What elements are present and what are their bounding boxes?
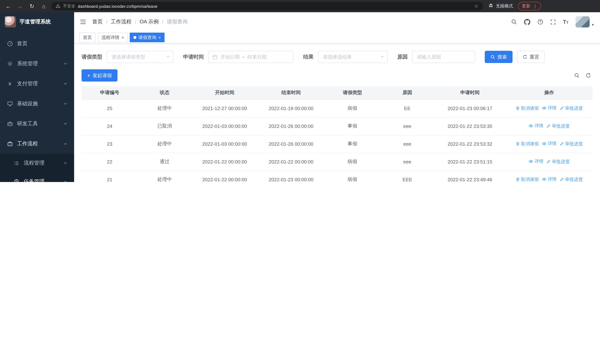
row-action-progress-link[interactable]: 审批进度 — [560, 141, 583, 147]
tab-home[interactable]: 首页 — [79, 33, 96, 42]
sidebar-item-label: 基础设施 — [17, 101, 38, 107]
cell-id: 24 — [82, 117, 138, 135]
sidebar-item-home[interactable]: 首页 — [0, 34, 74, 54]
search-button[interactable]: 搜索 — [485, 51, 513, 63]
table-row: 22通过2022-01-22 00:00:002022-01-22 00:00:… — [82, 153, 593, 170]
incognito-badge: 无痕模式 — [486, 3, 515, 9]
col-header-applied: 申请时间 — [434, 86, 506, 99]
sidebar-item-process-mgmt[interactable]: 流程管理 — [0, 154, 74, 172]
create-leave-button[interactable]: + 发起请假 — [82, 69, 117, 82]
breadcrumb-item[interactable]: OA 示例 — [140, 19, 159, 25]
cell-status: 已取消 — [138, 117, 191, 135]
row-action-progress-link[interactable]: 审批进度 — [546, 159, 570, 165]
cell-start: 2022-01-03 00:00:00 — [191, 135, 258, 153]
search-icon[interactable] — [511, 19, 517, 25]
result-select[interactable]: 请选择流结果 — [318, 51, 388, 63]
browser-back-button[interactable]: ← — [4, 2, 13, 10]
user-avatar — [576, 16, 590, 28]
tab-process-detail[interactable]: 流程详情 × — [98, 33, 128, 42]
row-action-cancel-link[interactable]: 取消请假 — [516, 176, 539, 182]
table-refresh-icon[interactable] — [586, 73, 591, 78]
user-menu[interactable]: ▼ — [576, 16, 594, 28]
row-action-progress-link[interactable]: 审批进度 — [546, 123, 570, 129]
cell-actions: 取消请假详情审批进度 — [506, 170, 593, 182]
sidebar-item-task-mgmt[interactable]: 任务管理 — [0, 172, 74, 182]
date-range-picker[interactable]: 开始日期 - 结束日期 — [208, 51, 293, 63]
sidebar-item-system[interactable]: 系统管理 — [0, 54, 74, 74]
cell-end: 2022-01-22 00:00:00 — [258, 153, 324, 170]
sidebar-item-payment[interactable]: ¥ 支付管理 — [0, 74, 74, 94]
browser-home-button[interactable]: ⌂ — [39, 2, 48, 10]
row-action-cancel-link[interactable]: 取消请假 — [516, 105, 539, 111]
incognito-icon — [488, 3, 494, 9]
gear-icon — [7, 61, 13, 67]
browser-menu-icon[interactable]: ⋮ — [533, 3, 537, 9]
cell-reason: EEE — [380, 170, 434, 182]
cell-start: 2022-01-22 00:00:00 — [191, 170, 258, 182]
cell-type: 病假 — [324, 99, 380, 117]
fullscreen-icon[interactable] — [550, 19, 556, 25]
leave-table-body: 25处理中2021-12-27 00:00:002022-01-19 00:00… — [82, 99, 593, 182]
close-icon[interactable]: × — [122, 35, 124, 40]
tab-label: 请假查询 — [138, 34, 156, 41]
filter-label: 申请时间 — [183, 54, 204, 60]
row-action-detail-link[interactable]: 详情 — [529, 158, 544, 165]
cell-type: 病假 — [324, 153, 380, 170]
leave-type-select[interactable]: 请选择请假类型 — [107, 51, 173, 63]
filter-apply-time: 申请时间 开始日期 - 结束日期 — [183, 51, 293, 63]
cell-status: 处理中 — [138, 99, 191, 117]
close-icon[interactable]: × — [159, 35, 161, 40]
chevron-down-icon — [63, 121, 67, 127]
chevron-down-icon — [63, 160, 67, 166]
reason-input[interactable] — [412, 51, 475, 63]
sidebar-item-workflow[interactable]: 工作流程 — [0, 134, 74, 154]
sidebar-item-devtools[interactable]: 研发工具 — [0, 114, 74, 134]
row-action-detail-link[interactable]: 详情 — [542, 140, 557, 147]
col-header-end: 结束时间 — [258, 86, 324, 99]
cell-applied: 2022-01-22 23:49:46 — [434, 170, 506, 182]
sidebar-collapse-icon[interactable] — [80, 19, 86, 25]
yen-icon: ¥ — [7, 81, 13, 87]
browser-update-button[interactable]: 更新 ⋮ — [518, 2, 541, 10]
sidebar-menu: 首页 系统管理 ¥ 支付管理 基础设施 — [0, 31, 74, 182]
workflow-submenu: 流程管理 任务管理 我的流程 — [0, 154, 74, 182]
col-header-type: 请假类型 — [324, 86, 380, 99]
bookmark-star-icon[interactable]: ☆ — [474, 3, 478, 9]
address-bar[interactable]: 不安全 dashboard.yudao.iocoder.cn/bpm/oa/le… — [51, 2, 483, 10]
leave-table: 申请编号 状态 开始时间 结束时间 请假类型 原因 申请时间 操作 25处理中2… — [82, 86, 593, 182]
logo-avatar — [5, 16, 16, 28]
row-action-progress-link[interactable]: 审批进度 — [560, 176, 583, 182]
breadcrumb: 首页 / 工作流程 / OA 示例 / 请假查询 — [92, 19, 188, 25]
filter-form: 请假类型 请选择请假类型 申请时间 开始日期 - 结束日期 — [82, 51, 593, 63]
tab-leave-query[interactable]: 请假查询 × — [130, 33, 165, 42]
breadcrumb-item[interactable]: 工作流程 — [111, 19, 131, 25]
table-row: 23处理中2022-01-03 00:00:002022-01-26 00:00… — [82, 135, 593, 153]
browser-forward-button[interactable]: → — [16, 2, 24, 10]
row-action-detail-link[interactable]: 详情 — [542, 176, 557, 182]
cell-status: 处理中 — [138, 135, 191, 153]
tab-label: 首页 — [83, 34, 92, 41]
create-leave-label: 发起请假 — [93, 72, 112, 79]
cell-id: 25 — [82, 99, 138, 117]
list-icon — [13, 160, 20, 166]
breadcrumb-item[interactable]: 首页 — [92, 19, 103, 25]
breadcrumb-separator: / — [162, 19, 163, 25]
browser-chrome: ← → ↻ ⌂ 不安全 dashboard.yudao.iocoder.cn/b… — [0, 0, 600, 12]
sidebar-item-infra[interactable]: 基础设施 — [0, 94, 74, 114]
row-action-detail-link[interactable]: 详情 — [542, 105, 557, 111]
cell-id: 22 — [82, 153, 138, 170]
select-placeholder: 请选择流结果 — [323, 54, 352, 60]
row-action-cancel-link[interactable]: 取消请假 — [516, 141, 539, 147]
help-icon[interactable] — [537, 19, 543, 25]
start-date-placeholder: 开始日期 — [221, 54, 240, 60]
browser-reload-button[interactable]: ↻ — [28, 2, 36, 10]
font-size-icon[interactable]: TT — [563, 19, 569, 25]
cell-end: 2022-01-26 00:00:00 — [258, 117, 324, 135]
row-action-progress-link[interactable]: 审批进度 — [560, 105, 583, 111]
search-toggle-icon[interactable] — [574, 73, 580, 78]
caret-down-icon: ▼ — [591, 23, 594, 28]
github-icon[interactable] — [524, 19, 530, 25]
row-action-detail-link[interactable]: 详情 — [529, 123, 544, 129]
sidebar-logo[interactable]: 芋道管理系统 — [0, 12, 74, 31]
reset-button[interactable]: 重置 — [517, 51, 545, 63]
